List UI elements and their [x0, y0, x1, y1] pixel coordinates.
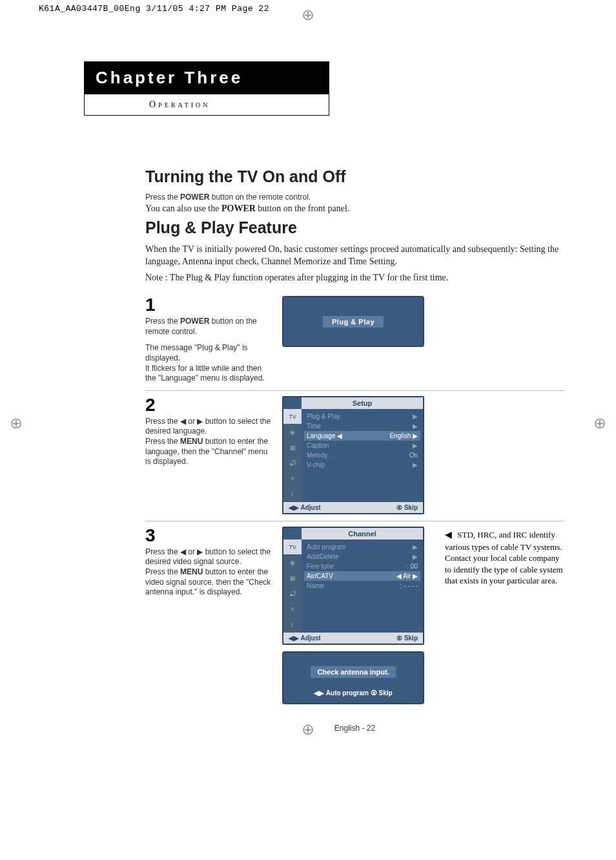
step-instruction: Press the MENU button to enter the langu…: [145, 437, 274, 467]
text: Press the: [145, 437, 180, 446]
menu-item: Caption ▶: [305, 441, 419, 450]
step-number: 2: [145, 396, 274, 414]
crop-mark-icon: ⊕: [298, 720, 318, 739]
footer-adjust: Adjust: [289, 504, 321, 511]
page-content: Chapter Three Operation Turning the TV O…: [0, 16, 616, 752]
screen-label: Plug & Play: [323, 316, 384, 328]
crop-mark-icon: ⊕: [590, 414, 610, 433]
chapter-subtitle: Operation: [84, 94, 329, 116]
menu-tab-icon: ⦀: [283, 487, 302, 502]
menu-item: Plug & Play ▶: [305, 412, 419, 421]
instruction-text: Press the POWER button on the remote con…: [145, 193, 564, 203]
menu-item: Melody :On: [305, 450, 419, 460]
step-2: 2 Press the ◀ or ▶ button to select the …: [145, 390, 564, 514]
text-bold: POWER: [180, 193, 209, 202]
menu-tab-icon: 🔊: [283, 456, 302, 471]
text-bold: MENU: [180, 567, 203, 576]
section-heading-plug-play: Plug & Play Feature: [145, 218, 564, 237]
text: You can also use the: [145, 204, 221, 213]
body-text: You can also use the POWER button on the…: [145, 203, 564, 215]
footer-adjust: Adjust: [289, 635, 321, 642]
menu-tab-icon: ▦: [283, 440, 302, 456]
chapter-title: Chapter Three: [84, 61, 329, 94]
step-instruction: Press the ◀ or ▶ button to select the de…: [145, 547, 274, 567]
menu-tab-icon: ◉: [283, 425, 302, 440]
triangle-left-icon: ◀: [445, 529, 455, 541]
text: Press the: [145, 567, 180, 576]
section-heading-turning-on: Turning the TV On and Off: [145, 167, 564, 186]
footer-text: Auto program ⦿ Skip: [290, 689, 416, 697]
page-footer: English - 22: [145, 704, 564, 733]
step-instruction: It flickers for a little while and then …: [145, 364, 274, 384]
text-bold: POWER: [180, 317, 209, 326]
step-instruction: Press the ◀ or ▶ button to select the de…: [145, 417, 274, 437]
menu-item: Air/CATV◀ Air ▶: [304, 571, 420, 581]
menu-item: Language ◀English ▶: [304, 431, 420, 441]
menu-title: Channel: [302, 528, 423, 540]
menu-items: Auto program ▶Add/Delete ▶Fine tune: 00 …: [302, 540, 423, 633]
text: Press the: [145, 317, 180, 326]
step-number: 3: [145, 527, 274, 545]
footer-skip: Skip: [396, 635, 418, 642]
step-number: 1: [145, 296, 274, 314]
text: button on the front panel.: [256, 204, 349, 213]
text: button on the remote control.: [209, 193, 311, 202]
footer-skip: Skip: [396, 504, 418, 511]
menu-item: Time ▶: [305, 421, 419, 431]
text-bold: POWER: [221, 204, 256, 213]
menu-tab-icon: ⦀: [283, 617, 302, 633]
tv-screenshot-channel-menu: Channel TV ◉ ▦ 🔊 ✕ ⦀ Auto program ▶Add/D…: [282, 527, 424, 645]
text: Auto program: [326, 689, 369, 697]
menu-item: Fine tune: 00: [305, 561, 419, 571]
menu-tab-icon: ◉: [283, 555, 302, 571]
text-bold: MENU: [180, 437, 203, 446]
text: Press the: [145, 193, 180, 202]
menu-tab-icon: 🔊: [283, 586, 302, 602]
menu-item: Name: - - - -: [305, 581, 419, 591]
menu-tab-icon: ✕: [283, 602, 302, 617]
step-instruction: Press the POWER button on the remote con…: [145, 317, 274, 337]
menu-tabs: TV ◉ ▦ 🔊 ✕ ⦀: [283, 540, 302, 633]
step-instruction: Press the MENU button to enter the video…: [145, 567, 274, 598]
menu-tab-tv-icon: TV: [283, 540, 302, 555]
side-note-text: STD, HRC, and IRC identify various types…: [445, 530, 563, 586]
menu-tabs: TV ◉ ▦ 🔊 ✕ ⦀: [283, 409, 302, 502]
menu-tab-tv-icon: TV: [283, 409, 302, 425]
menu-tab-icon: ✕: [283, 471, 302, 487]
menu-item: V-chip ▶: [305, 460, 419, 470]
step-3: 3 Press the ◀ or ▶ button to select the …: [145, 521, 564, 704]
menu-item: Add/Delete ▶: [305, 552, 419, 561]
tv-screenshot-setup-menu: Setup TV ◉ ▦ 🔊 ✕ ⦀ Plug & Play ▶Time ▶La…: [282, 396, 424, 514]
menu-title: Setup: [302, 397, 423, 409]
menu-footer: Adjust Skip: [283, 633, 423, 644]
tv-screenshot-check-antenna: Check antenna input. Auto program ⦿ Skip: [282, 651, 424, 704]
step-1: 1 Press the POWER button on the remote c…: [145, 291, 564, 384]
crop-mark-icon: ⊕: [6, 414, 26, 433]
side-note: ◀ STD, HRC, and IRC identify various typ…: [432, 527, 564, 587]
tv-screenshot-plug-play: Plug & Play: [282, 296, 424, 347]
menu-item: Auto program ▶: [305, 542, 419, 552]
menu-items: Plug & Play ▶Time ▶Language ◀English ▶Ca…: [302, 409, 423, 502]
intro-paragraph: When the TV is initially powered On, bas…: [145, 244, 564, 268]
menu-tab-icon: ▦: [283, 571, 302, 586]
note-text: Note : The Plug & Play function operates…: [145, 272, 564, 284]
screen-label: Check antenna input.: [311, 666, 395, 678]
menu-footer: Adjust Skip: [283, 502, 423, 513]
crop-mark-icon: ⊕: [298, 5, 318, 25]
text: ⦿ Skip: [369, 689, 393, 697]
step-instruction: The message "Plug & Play" is displayed.: [145, 343, 274, 363]
